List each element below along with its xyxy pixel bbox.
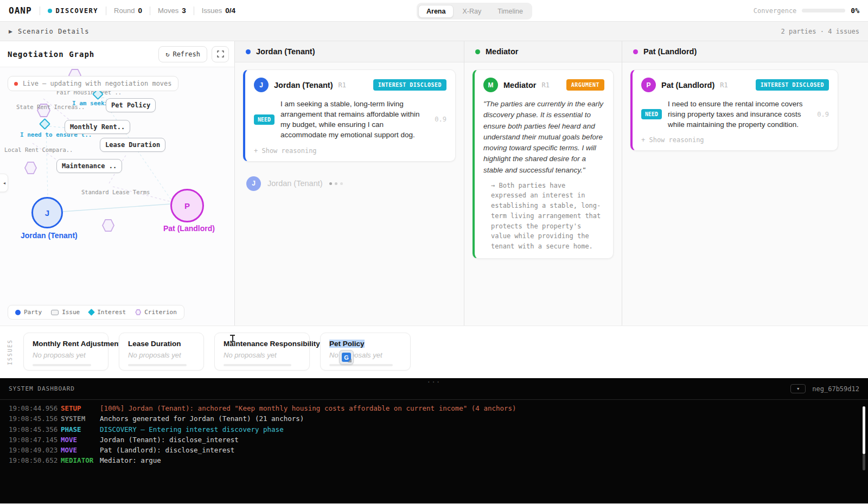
mediator-dot-icon bbox=[475, 49, 480, 54]
legend-issue: Issue bbox=[51, 309, 80, 316]
issue-status: No proposals yet bbox=[33, 351, 99, 359]
pat-card-header: P Pat (Landlord) R1 INTEREST DISCLOSED bbox=[641, 78, 829, 92]
issue-node-pet-policy[interactable]: Pet Policy bbox=[106, 98, 156, 112]
negotiation-graph-panel: Negotiation Graph ↻ Refresh bbox=[0, 41, 235, 326]
party-node-pat[interactable]: P bbox=[170, 189, 204, 222]
need-tag: NEED bbox=[641, 109, 662, 119]
column-pat-body: P Pat (Landlord) R1 INTEREST DISCLOSED N… bbox=[622, 62, 868, 326]
tab-timeline[interactable]: Timeline bbox=[490, 5, 531, 17]
issue-card-lease-duration[interactable]: Lease Duration No proposals yet bbox=[119, 333, 204, 371]
mediator-avatar: M bbox=[483, 78, 498, 92]
criterion-label-state-rent: State Rent Increas.. bbox=[16, 104, 85, 110]
issues-stat: Issues 0/4 bbox=[202, 7, 235, 15]
log-lines: 19:08:44.956 SETUP [100%] Jordan (Tenant… bbox=[9, 403, 852, 466]
issue-swatch-icon bbox=[51, 310, 59, 315]
mediator-quote: "The parties are currently in the early … bbox=[483, 99, 604, 176]
log-line: 19:08:50.652 MEDIATOR Mediator: argue bbox=[9, 455, 852, 465]
divider bbox=[150, 7, 150, 15]
divider bbox=[40, 7, 40, 15]
log-line: 19:08:45.356 PHASE DISCOVERY — Entering … bbox=[9, 424, 852, 435]
dashboard-header: SYSTEM DASHBOARD ▼ neg_67b59d12 bbox=[0, 378, 868, 400]
party-swatch-icon bbox=[15, 310, 21, 315]
graph-header: Negotiation Graph ↻ Refresh bbox=[0, 41, 234, 67]
jordan-card-author: Jordan (Tenant) bbox=[274, 81, 333, 90]
column-jordan-header: Jordan (Tenant) bbox=[235, 41, 464, 62]
pat-card-text: I need to ensure the rental income cover… bbox=[668, 99, 811, 130]
refresh-button[interactable]: ↻ Refresh bbox=[158, 46, 207, 62]
issue-node-maintenance[interactable]: Maintenance .. bbox=[56, 159, 122, 173]
terminal-scrollbar[interactable] bbox=[863, 406, 865, 454]
phase-label: DISCOVERY bbox=[56, 7, 99, 15]
scenario-summary: 2 parties · 4 issues bbox=[781, 28, 860, 35]
party-node-jordan[interactable]: J bbox=[31, 197, 63, 228]
typing-dots-icon bbox=[329, 182, 343, 185]
selected-text-highlight: Pet Policy bbox=[329, 340, 365, 348]
graph-title: Negotiation Graph bbox=[8, 50, 94, 59]
log-tag: SYSTEM bbox=[61, 413, 100, 424]
jordan-card-text: I am seeking a stable, long-term living … bbox=[280, 99, 429, 141]
terminal-scrollbar-thumb[interactable] bbox=[863, 454, 865, 470]
log-tag: PHASE bbox=[61, 424, 100, 435]
column-jordan-body: J Jordan (Tenant) R1 INTEREST DISCLOSED … bbox=[235, 62, 464, 326]
mediator-message-card[interactable]: M Mediator R1 ARGUMENT "The parties are … bbox=[473, 69, 614, 259]
panel-collapse-handle[interactable]: ◂ bbox=[0, 174, 8, 192]
divider bbox=[194, 7, 194, 15]
jordan-typing-avatar: J bbox=[246, 176, 261, 191]
mediator-card-round: R1 bbox=[541, 81, 549, 89]
mediator-card-header: M Mediator R1 ARGUMENT bbox=[483, 78, 604, 92]
jordan-status-badge: INTEREST DISCLOSED bbox=[373, 79, 446, 91]
pat-show-reasoning[interactable]: + Show reasoning bbox=[641, 136, 829, 144]
jordan-message-card[interactable]: J Jordan (Tenant) R1 INTEREST DISCLOSED … bbox=[243, 69, 456, 162]
issue-title: Monthly Rent Adjustment bbox=[33, 340, 99, 348]
log-time: 19:08:45.356 bbox=[9, 424, 61, 435]
tab-xray[interactable]: X-Ray bbox=[455, 5, 489, 17]
pat-dot-icon bbox=[633, 49, 638, 54]
issues-value: 0/4 bbox=[225, 7, 235, 15]
party-letter-pat: P bbox=[184, 201, 190, 210]
round-stat: Round 0 bbox=[114, 7, 142, 15]
interest-swatch-icon bbox=[88, 309, 95, 316]
log-filter-dropdown[interactable]: ▼ bbox=[790, 384, 806, 393]
jordan-card-score: 0.9 bbox=[435, 116, 446, 123]
dashboard-title: SYSTEM DASHBOARD bbox=[9, 385, 75, 392]
moves-value: 3 bbox=[182, 7, 186, 15]
issue-card-monthly-rent[interactable]: Monthly Rent Adjustment No proposals yet bbox=[23, 333, 108, 371]
jordan-dot-icon bbox=[246, 49, 251, 54]
log-text: Mediator: argue bbox=[100, 455, 161, 465]
expand-caret-icon[interactable]: ▶ bbox=[9, 29, 12, 34]
view-tabs: Arena X-Ray Timeline bbox=[417, 3, 532, 20]
tab-arena[interactable]: Arena bbox=[418, 5, 454, 18]
app-logo: OANP bbox=[9, 5, 32, 16]
system-dashboard: ··· SYSTEM DASHBOARD ▼ neg_67b59d12 19:0… bbox=[0, 378, 868, 503]
column-pat: Pat (Landlord) P Pat (Landlord) R1 INTER… bbox=[622, 41, 868, 326]
pat-header-name: Pat (Landlord) bbox=[643, 47, 697, 56]
party-label-jordan: Jordan (Tenant) bbox=[21, 231, 78, 240]
interest-node-jordan[interactable] bbox=[94, 90, 102, 98]
log-line: 19:08:47.145 MOVE Jordan (Tenant): discl… bbox=[9, 435, 852, 445]
jordan-show-reasoning[interactable]: + Show reasoning bbox=[254, 147, 446, 155]
issue-card-pet-policy[interactable]: Pet Policy No proposals yet G bbox=[320, 333, 411, 371]
graph-canvas[interactable]: Fair Housing Pet .. Live — updating with… bbox=[0, 67, 234, 326]
log-time: 19:08:44.956 bbox=[9, 403, 61, 413]
translate-popup-icon[interactable]: G bbox=[339, 350, 354, 365]
legend-party: Party bbox=[15, 309, 42, 316]
issue-card-maintenance[interactable]: Maintenance Responsibility No proposals … bbox=[214, 333, 310, 371]
jordan-avatar: J bbox=[254, 78, 269, 92]
session-id: neg_67b59d12 bbox=[812, 385, 859, 393]
issue-node-lease-duration[interactable]: Lease Duration bbox=[100, 138, 165, 152]
interest-node-pat[interactable] bbox=[41, 120, 49, 128]
text-cursor-icon bbox=[230, 334, 235, 343]
mediator-header-name: Mediator bbox=[486, 47, 518, 56]
jordan-typing-indicator: J Jordan (Tenant) bbox=[246, 176, 456, 191]
translate-triangle-icon bbox=[348, 359, 352, 362]
convergence-label: Convergence bbox=[754, 7, 796, 15]
column-mediator-header: Mediator bbox=[464, 41, 622, 62]
scenario-details-bar[interactable]: ▶ Scenario Details 2 parties · 4 issues bbox=[0, 22, 868, 41]
fullscreen-button[interactable] bbox=[212, 46, 229, 62]
issue-progress-track bbox=[128, 364, 187, 366]
criterion-label-local-rent: Local Rent Compara.. bbox=[4, 146, 73, 153]
issue-node-monthly-rent[interactable]: Monthly Rent.. bbox=[65, 120, 130, 134]
pat-message-card[interactable]: P Pat (Landlord) R1 INTEREST DISCLOSED N… bbox=[630, 69, 838, 151]
log-line: 19:08:49.023 MOVE Pat (Landlord): disclo… bbox=[9, 445, 852, 455]
log-text: [100%] Jordan (Tenant): anchored "Keep m… bbox=[100, 403, 516, 413]
